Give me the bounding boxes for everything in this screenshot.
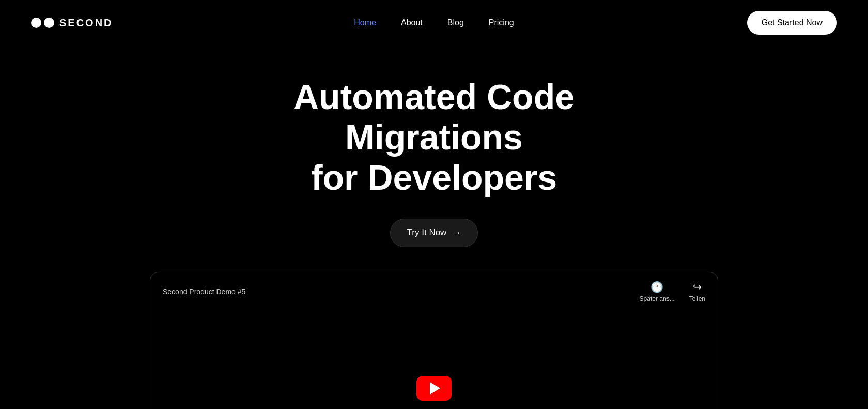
watch-later-button[interactable]: 🕐 Später ans... — [640, 281, 675, 302]
share-icon: ↪ — [693, 281, 702, 293]
watch-later-label: Später ans... — [640, 295, 675, 302]
nav-link-blog[interactable]: Blog — [447, 18, 464, 27]
clock-icon: 🕐 — [650, 281, 663, 293]
video-title: Second Product Demo #5 — [163, 287, 245, 296]
nav-links: Home About Blog Pricing — [354, 18, 514, 27]
hero-section: Automated Code Migrations for Developers… — [0, 46, 868, 409]
arrow-right-icon: → — [452, 228, 461, 238]
navbar: SECOND Home About Blog Pricing Get Start… — [0, 0, 868, 46]
youtube-play-button[interactable] — [416, 376, 452, 401]
video-body — [150, 311, 718, 409]
logo-circle-left — [31, 18, 41, 28]
play-triangle-icon — [430, 382, 440, 395]
logo-circles — [31, 18, 54, 28]
logo[interactable]: SECOND — [31, 17, 113, 29]
nav-link-about[interactable]: About — [401, 18, 423, 27]
video-container: Second Product Demo #5 🕐 Später ans... ↪… — [150, 272, 718, 409]
try-button-label: Try It Now — [407, 228, 447, 238]
nav-link-home[interactable]: Home — [354, 18, 376, 27]
video-header: Second Product Demo #5 🕐 Später ans... ↪… — [150, 272, 718, 311]
brand-name: SECOND — [59, 17, 113, 29]
share-label: Teilen — [689, 295, 705, 302]
hero-title: Automated Code Migrations for Developers — [227, 77, 641, 198]
video-actions: 🕐 Später ans... ↪ Teilen — [640, 281, 705, 302]
hero-title-line2: for Developers — [311, 158, 557, 197]
share-button[interactable]: ↪ Teilen — [689, 281, 705, 302]
nav-link-pricing[interactable]: Pricing — [489, 18, 514, 27]
logo-circle-right — [44, 18, 54, 28]
try-it-now-button[interactable]: Try It Now → — [390, 219, 478, 247]
hero-title-line1: Automated Code Migrations — [293, 77, 575, 157]
get-started-button[interactable]: Get Started Now — [747, 11, 837, 35]
